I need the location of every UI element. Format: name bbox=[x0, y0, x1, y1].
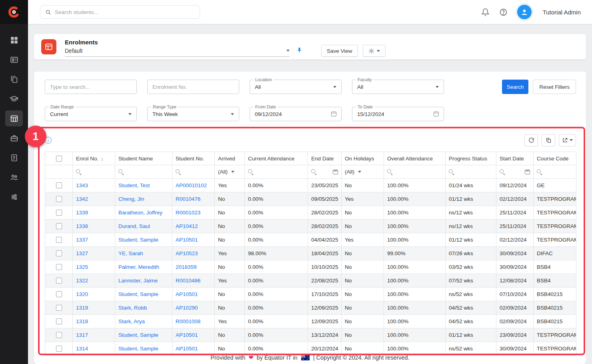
sidebar-item-invoices[interactable] bbox=[5, 150, 23, 166]
copy-button[interactable] bbox=[542, 134, 555, 146]
refresh-button[interactable] bbox=[524, 134, 538, 146]
enrol-no-link[interactable]: 1318 bbox=[76, 318, 88, 324]
user-avatar[interactable] bbox=[517, 5, 532, 19]
filter-text-search[interactable] bbox=[45, 80, 137, 94]
student-no-link[interactable]: AP10501 bbox=[176, 346, 198, 352]
student-no-link[interactable]: AP10523 bbox=[176, 250, 198, 256]
row-checkbox[interactable] bbox=[56, 250, 62, 256]
col-header-course-code[interactable]: Course Code bbox=[534, 152, 576, 165]
enrol-no-link[interactable]: 1339 bbox=[76, 210, 88, 216]
student-name-link[interactable]: Durand, Saul bbox=[118, 223, 150, 229]
row-checkbox[interactable] bbox=[56, 182, 62, 188]
col-header-start-date[interactable]: Start Date bbox=[496, 152, 534, 165]
col-header-enrol-no[interactable]: Enrol No.↓ bbox=[73, 152, 115, 165]
sidebar-item-dashboard[interactable] bbox=[5, 32, 23, 48]
col-header-current-attendance[interactable]: Current Attendance bbox=[245, 152, 308, 165]
row-checkbox[interactable] bbox=[56, 305, 62, 311]
save-view-button[interactable]: Save View bbox=[321, 45, 358, 57]
export-button[interactable] bbox=[559, 134, 576, 146]
col-header-student-name[interactable]: Student Name bbox=[115, 152, 172, 165]
row-checkbox[interactable] bbox=[56, 223, 62, 229]
filter-text-search-input[interactable] bbox=[50, 84, 132, 90]
sidebar-item-agents[interactable] bbox=[5, 130, 23, 146]
to-date-field[interactable]: To Date 15/12/2024 bbox=[352, 107, 444, 121]
student-name-link[interactable]: Student, Sample bbox=[118, 291, 158, 297]
view-settings-button[interactable] bbox=[363, 45, 386, 57]
student-no-link[interactable]: R0010476 bbox=[176, 196, 200, 202]
student-no-link[interactable]: R0001023 bbox=[176, 210, 200, 216]
sidebar-item-courses[interactable] bbox=[5, 91, 23, 107]
row-checkbox[interactable] bbox=[56, 318, 62, 324]
student-search-input[interactable] bbox=[55, 9, 195, 15]
student-no-link[interactable]: AP00010102 bbox=[176, 182, 207, 188]
row-checkbox[interactable] bbox=[56, 264, 62, 270]
enrol-no-link[interactable]: 1343 bbox=[76, 182, 88, 188]
student-name-link[interactable]: Stark, Robb bbox=[118, 305, 147, 311]
enrol-no-link[interactable]: 1342 bbox=[76, 196, 88, 202]
row-checkbox[interactable] bbox=[56, 291, 62, 297]
filter-arrived-cell[interactable]: (All) bbox=[215, 165, 245, 179]
reset-filters-button[interactable]: Reset Filters bbox=[533, 80, 576, 94]
filter-overall-attendance-cell[interactable] bbox=[384, 165, 446, 179]
student-name-link[interactable]: Student, Sample bbox=[118, 346, 158, 352]
student-name-link[interactable]: Student, Sample bbox=[118, 237, 158, 243]
col-header-end-date[interactable]: End Date bbox=[308, 152, 342, 165]
notifications-bell-icon[interactable] bbox=[481, 8, 490, 16]
student-no-link[interactable]: R0010486 bbox=[176, 278, 200, 284]
filter-current-attendance-cell[interactable] bbox=[245, 165, 308, 179]
enrol-no-link[interactable]: 1325 bbox=[76, 264, 88, 270]
col-header-overall-attendance[interactable]: Overall Attendance bbox=[384, 152, 446, 165]
student-search-box[interactable] bbox=[40, 5, 200, 19]
enrol-no-link[interactable]: 1319 bbox=[76, 305, 88, 311]
enrol-no-link[interactable]: 1337 bbox=[76, 237, 88, 243]
enrol-no-link[interactable]: 1327 bbox=[76, 250, 88, 256]
filter-end-date-cell[interactable] bbox=[308, 165, 342, 179]
student-no-link[interactable]: AP10290 bbox=[176, 305, 198, 311]
sidebar-item-staff[interactable] bbox=[5, 169, 23, 185]
help-icon[interactable] bbox=[499, 8, 508, 16]
col-header-arrived[interactable]: Arrived bbox=[215, 152, 245, 165]
sidebar-item-students[interactable] bbox=[5, 52, 23, 68]
row-checkbox[interactable] bbox=[56, 346, 62, 352]
row-checkbox[interactable] bbox=[56, 332, 62, 338]
pin-view-button[interactable] bbox=[296, 47, 303, 55]
enrol-no-link[interactable]: 1314 bbox=[76, 346, 88, 352]
sidebar-item-enrolments[interactable] bbox=[5, 110, 23, 126]
from-date-field[interactable]: From Date 09/12/2024 bbox=[250, 107, 342, 121]
col-header-progress-status[interactable]: Progress Status bbox=[446, 152, 496, 165]
enrol-no-link[interactable]: 1322 bbox=[76, 278, 88, 284]
row-checkbox[interactable] bbox=[56, 237, 62, 243]
col-header-student-no[interactable]: Student No. bbox=[172, 152, 215, 165]
filter-enrolment-no-input[interactable] bbox=[152, 84, 234, 90]
student-name-link[interactable]: Lannister, Jaime bbox=[118, 278, 158, 284]
student-name-link[interactable]: Palmer, Meredith bbox=[118, 264, 159, 270]
search-button[interactable]: Search bbox=[502, 80, 528, 94]
student-no-link[interactable]: R0001008 bbox=[176, 318, 200, 324]
location-select[interactable]: Location All bbox=[250, 80, 342, 94]
select-all-checkbox[interactable] bbox=[56, 156, 62, 162]
date-range-select[interactable]: Date Range Current bbox=[45, 107, 137, 121]
filter-enrolment-no[interactable] bbox=[147, 80, 239, 94]
enrol-no-link[interactable]: 1317 bbox=[76, 332, 88, 338]
filter-course-code-cell[interactable] bbox=[534, 165, 576, 179]
range-type-select[interactable]: Range Type This Week bbox=[147, 107, 239, 121]
faculty-select[interactable]: Faculty All bbox=[352, 80, 444, 94]
row-checkbox[interactable] bbox=[56, 210, 62, 216]
student-name-link[interactable]: Cheng, Jin bbox=[118, 196, 144, 202]
enrol-no-link[interactable]: 1338 bbox=[76, 223, 88, 229]
sidebar-item-settings[interactable] bbox=[5, 189, 23, 205]
row-checkbox[interactable] bbox=[56, 196, 62, 202]
student-name-link[interactable]: Student, Sample bbox=[118, 332, 158, 338]
enrol-no-link[interactable]: 1320 bbox=[76, 291, 88, 297]
sort-desc-icon[interactable]: ↓ bbox=[101, 156, 104, 162]
sidebar-item-documents[interactable] bbox=[5, 71, 23, 87]
app-logo[interactable] bbox=[0, 0, 28, 24]
student-name-link[interactable]: Baratheon, Joffrey bbox=[118, 210, 162, 216]
student-no-link[interactable]: AP10501 bbox=[176, 332, 198, 338]
student-no-link[interactable]: 2018359 bbox=[176, 264, 197, 270]
student-name-link[interactable]: YE, Sarah bbox=[118, 250, 143, 256]
student-no-link[interactable]: AP10501 bbox=[176, 237, 198, 243]
student-no-link[interactable]: AP10501 bbox=[176, 291, 198, 297]
filter-student-no-cell[interactable] bbox=[172, 165, 215, 179]
filter-on-holidays-cell[interactable]: (All) bbox=[342, 165, 384, 179]
